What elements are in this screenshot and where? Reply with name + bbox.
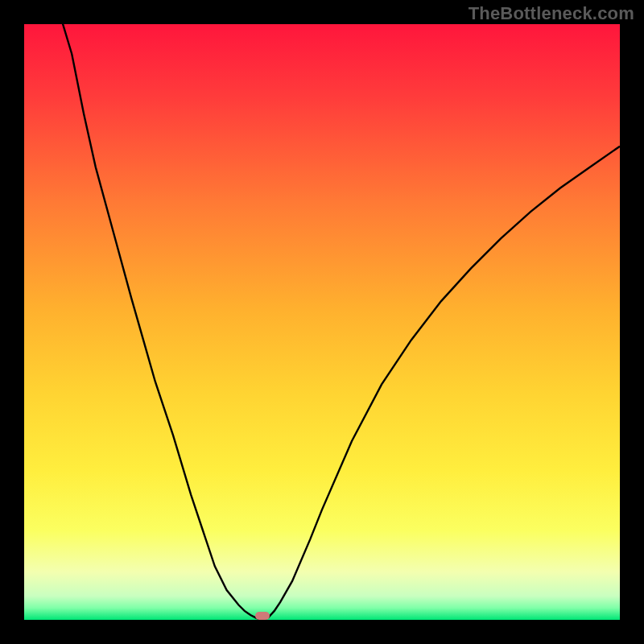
watermark-text: TheBottleneck.com: [469, 3, 634, 24]
optimal-point-marker: [255, 612, 270, 620]
plot-area: [24, 24, 620, 620]
bottleneck-curve: [24, 24, 620, 620]
chart-frame: TheBottleneck.com: [0, 0, 644, 644]
